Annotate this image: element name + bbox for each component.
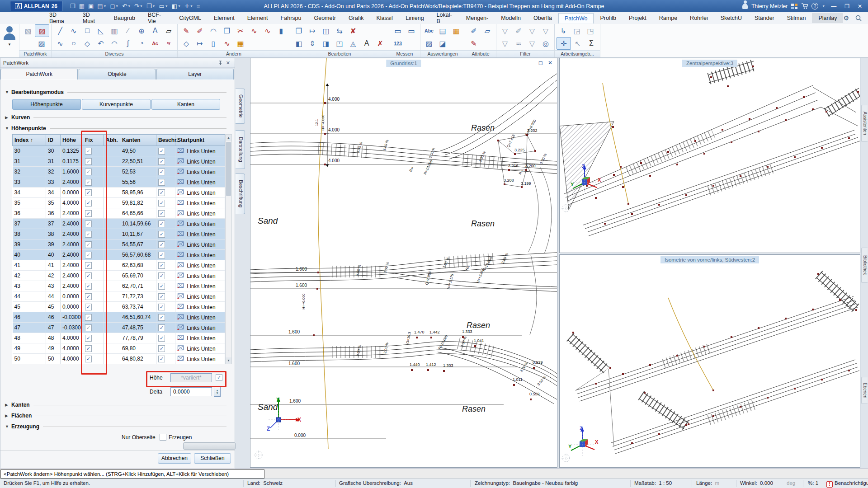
point-marker[interactable]: [821, 147, 823, 149]
table-cell[interactable]: 47: [46, 323, 61, 333]
point-marker[interactable]: [443, 370, 445, 372]
table-cell[interactable]: [104, 219, 120, 229]
table-cell[interactable]: 48: [13, 333, 46, 343]
fix-checkbox[interactable]: ✓: [85, 304, 92, 310]
point-marker[interactable]: [749, 118, 750, 120]
table-cell[interactable]: 55,56: [120, 177, 156, 188]
point-marker[interactable]: [525, 169, 527, 171]
table-cell[interactable]: 2.4000: [61, 219, 83, 229]
tools-icon[interactable]: ✛▼: [183, 3, 194, 9]
tool-icon[interactable]: ✐: [193, 25, 207, 37]
table-cell[interactable]: 49: [13, 343, 46, 354]
table-cell[interactable]: 31: [13, 156, 46, 167]
tool-icon[interactable]: ▥: [108, 25, 121, 37]
table-cell[interactable]: 0.1325: [61, 146, 83, 156]
tool-icon[interactable]: ◠: [108, 38, 121, 49]
startpunkt-cell[interactable]: Links Unten: [175, 188, 225, 198]
column-header[interactable]: Höhe: [61, 135, 83, 146]
tool-icon[interactable]: ↶: [94, 38, 108, 49]
point-marker[interactable]: [640, 162, 642, 164]
table-cell[interactable]: [104, 146, 120, 156]
point-marker[interactable]: [658, 204, 660, 206]
startpunkt-cell[interactable]: Links Unten: [175, 219, 225, 229]
tool-icon[interactable]: Σ: [585, 38, 598, 49]
table-cell[interactable]: -0.0300: [61, 323, 83, 333]
ribbon-tab-stilman[interactable]: Stilman: [781, 13, 812, 23]
tool-icon[interactable]: ▦: [234, 38, 247, 49]
tool-icon[interactable]: ▱: [162, 25, 175, 37]
table-cell[interactable]: [104, 177, 120, 188]
table-row[interactable]: 32321.6000✓52,53✓ Links Unten: [13, 167, 225, 177]
table-cell[interactable]: 0.1175: [61, 156, 83, 167]
point-marker[interactable]: [812, 309, 814, 310]
table-cell[interactable]: 54,55,67: [120, 239, 156, 250]
table-cell[interactable]: 2.4000: [61, 229, 83, 239]
startpunkt-cell[interactable]: Links Unten: [175, 156, 225, 167]
point-marker[interactable]: [688, 423, 689, 425]
table-cell[interactable]: 46,51,60,74: [120, 312, 156, 323]
tool-icon[interactable]: ▭: [391, 25, 405, 37]
copy-icon[interactable]: ❐▼: [145, 3, 157, 9]
table-cell[interactable]: 10,14,59,66: [120, 219, 156, 229]
table-cell[interactable]: 0.0000: [61, 188, 83, 198]
ribbon-tab-baugrub[interactable]: Baugrub: [108, 13, 142, 23]
table-cell[interactable]: [104, 156, 120, 167]
point-marker[interactable]: [685, 194, 687, 196]
table-cell[interactable]: 40: [13, 250, 46, 260]
tool-icon[interactable]: ≂: [512, 38, 525, 49]
table-cell[interactable]: 2.4000: [61, 177, 83, 188]
table-row[interactable]: 4747-0.0300✓47,48,75✓ Links Unten: [13, 323, 225, 333]
table-cell[interactable]: 4.0000: [61, 354, 83, 364]
point-marker[interactable]: [324, 164, 326, 165]
pin-icon[interactable]: [217, 61, 224, 66]
tool-icon[interactable]: ∿: [67, 25, 80, 37]
point-marker[interactable]: [513, 384, 515, 386]
point-marker[interactable]: [740, 406, 741, 408]
beschr-checkbox[interactable]: ✓: [158, 335, 165, 342]
tool-icon[interactable]: ❐: [292, 25, 306, 37]
table-cell[interactable]: 39: [46, 239, 61, 250]
beschr-checkbox[interactable]: ✓: [158, 283, 165, 290]
mode-button-kanten[interactable]: Kanten: [151, 99, 220, 110]
table-row[interactable]: 31310.1175✓22,50,51✓ Links Unten: [13, 156, 225, 167]
point-marker[interactable]: [316, 288, 318, 290]
point-marker[interactable]: [317, 272, 319, 273]
startpunkt-cell[interactable]: Links Unten: [175, 343, 225, 354]
viewport-icon[interactable]: ❒: [69, 3, 77, 9]
point-marker[interactable]: [530, 399, 532, 400]
table-row[interactable]: 35354.0000✓59,81,82✓ Links Unten: [13, 198, 225, 208]
beschr-checkbox[interactable]: ✓: [158, 314, 165, 321]
table-cell[interactable]: 34: [46, 188, 61, 198]
point-marker[interactable]: [731, 336, 732, 338]
point-marker[interactable]: [767, 166, 769, 168]
tool-icon[interactable]: ◎: [539, 38, 552, 49]
point-marker[interactable]: [712, 415, 714, 417]
fix-checkbox[interactable]: ✓: [85, 293, 92, 300]
tool-icon[interactable]: ∿: [247, 25, 261, 37]
tool-icon[interactable]: ▤: [436, 25, 449, 37]
ribbon-tab-planlay[interactable]: Planlay: [812, 13, 843, 23]
tool-icon[interactable]: ╱: [53, 25, 67, 37]
table-cell[interactable]: [104, 281, 120, 291]
startpunkt-cell[interactable]: Links Unten: [175, 260, 225, 271]
table-cell[interactable]: [104, 333, 120, 343]
startpunkt-cell[interactable]: Links Unten: [175, 281, 225, 291]
maximize-button[interactable]: ❐: [842, 3, 852, 9]
table-cell[interactable]: 33: [13, 177, 46, 188]
actor-widget[interactable]: ▼: [0, 24, 19, 57]
startpunkt-cell[interactable]: Links Unten: [175, 239, 225, 250]
scrollbar-thumb[interactable]: [226, 142, 231, 196]
table-cell[interactable]: 4.0000: [61, 333, 83, 343]
tool-icon[interactable]: ∿: [53, 38, 67, 49]
fix-checkbox[interactable]: ✓: [85, 272, 92, 279]
point-marker[interactable]: [758, 131, 760, 132]
beschr-checkbox[interactable]: ✓: [158, 356, 165, 362]
beschr-checkbox[interactable]: ✓: [158, 231, 165, 238]
table-cell[interactable]: 30: [13, 146, 46, 156]
startpunkt-cell[interactable]: Links Unten: [175, 146, 225, 156]
table-row[interactable]: 48484.0000✓77,78,79✓ Links Unten: [13, 333, 225, 343]
table-cell[interactable]: 47,48,75: [120, 323, 156, 333]
point-marker[interactable]: [612, 126, 614, 128]
beschr-checkbox[interactable]: ✓: [158, 272, 165, 279]
point-marker[interactable]: [620, 166, 622, 168]
